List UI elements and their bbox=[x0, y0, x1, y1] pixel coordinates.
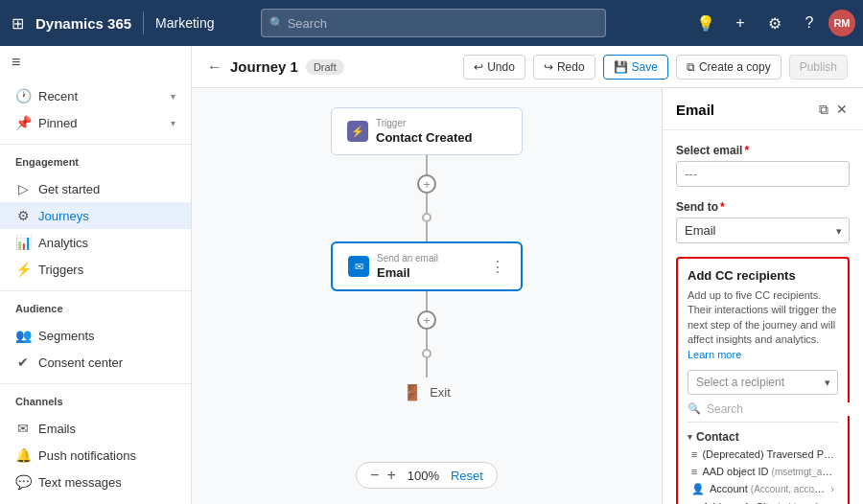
sidebar-item-label: Text messages bbox=[38, 475, 122, 490]
node-kebab-menu[interactable]: ⋮ bbox=[490, 258, 505, 276]
publish-button[interactable]: Publish bbox=[789, 55, 848, 80]
sidebar-item-journeys[interactable]: ⚙ Journeys bbox=[0, 202, 191, 229]
help-icon[interactable]: ? bbox=[794, 8, 825, 38]
connector-line bbox=[426, 155, 428, 174]
sidebar-item-label: Journeys bbox=[38, 209, 89, 223]
sidebar-item-more-channels[interactable]: ⋯ More channels bbox=[0, 495, 191, 504]
list-item[interactable]: ≡ Address 1: City (address1_city) bbox=[688, 498, 838, 504]
required-marker: * bbox=[744, 144, 749, 157]
email-node-header: Send an email bbox=[377, 253, 438, 263]
hamburger-icon[interactable]: ≡ bbox=[0, 46, 191, 79]
add-step-button-2[interactable]: + bbox=[417, 310, 436, 330]
chevron-down-icon: ▾ bbox=[171, 118, 175, 128]
send-to-select-wrapper: Email bbox=[676, 218, 850, 243]
connector-circle bbox=[422, 349, 432, 358]
lightbulb-icon[interactable]: 💡 bbox=[690, 8, 721, 38]
sidebar-group-engagement: Engagement bbox=[0, 149, 191, 172]
email-node-icon: ✉ bbox=[348, 256, 369, 277]
undo-button[interactable]: ↩ Undo bbox=[463, 55, 525, 80]
panel-copy-icon[interactable]: ⧉ bbox=[817, 100, 830, 120]
avatar[interactable]: RM bbox=[828, 10, 855, 36]
trigger-node-row: ⚡ Trigger Contact Created bbox=[347, 118, 506, 145]
email-node[interactable]: ✉ Send an email Email ⋮ bbox=[331, 241, 523, 291]
sidebar-item-pinned[interactable]: 📌 Pinned ▾ bbox=[0, 109, 191, 136]
send-to-label: Send to * bbox=[676, 200, 850, 214]
plus-icon[interactable]: + bbox=[725, 8, 756, 38]
connector-1: + bbox=[417, 155, 436, 241]
exit-node: 🚪 Exit bbox=[387, 378, 466, 407]
chevron-down-icon: ▾ bbox=[688, 432, 692, 442]
search-bar[interactable]: 🔍 bbox=[261, 9, 606, 37]
sidebar-item-push-notifications[interactable]: 🔔 Push notifications bbox=[0, 442, 191, 469]
content-area: ← Journey 1 Draft ↩ Undo ↪ Redo 💾 Save ⧉… bbox=[192, 46, 863, 504]
sidebar-divider bbox=[0, 290, 191, 291]
sidebar-channels: ✉ Emails 🔔 Push notifications 💬 Text mes… bbox=[0, 411, 191, 504]
top-nav-icons: 💡 + ⚙ ? RM bbox=[690, 8, 855, 38]
sidebar-item-text-messages[interactable]: 💬 Text messages bbox=[0, 469, 191, 495]
send-to-select[interactable]: Email bbox=[676, 218, 850, 243]
module-name: Marketing bbox=[155, 15, 214, 31]
connector-line bbox=[426, 330, 428, 349]
cc-search-input[interactable] bbox=[707, 402, 851, 416]
required-marker: * bbox=[720, 200, 725, 214]
redo-button[interactable]: ↪ Redo bbox=[533, 55, 595, 80]
main-layout: ≡ 🕐 Recent ▾ 📌 Pinned ▾ Engagement ▷ Get… bbox=[0, 46, 863, 504]
sidebar-item-triggers[interactable]: ⚡ Triggers bbox=[0, 256, 191, 283]
cc-contact-list: ▾ Contact ≡ (Deprecated) Traversed Path … bbox=[688, 428, 838, 504]
select-email-label: Select email * bbox=[676, 144, 850, 157]
cc-recipients-box: Add CC recipients Add up to five CC reci… bbox=[676, 257, 850, 504]
push-icon: 🔔 bbox=[15, 447, 31, 463]
sidebar-recent-pinned: 🕐 Recent ▾ 📌 Pinned ▾ bbox=[0, 79, 191, 140]
sidebar-item-analytics[interactable]: 📊 Analytics bbox=[0, 229, 191, 256]
zoom-out-button[interactable]: − bbox=[370, 468, 379, 483]
connector-2: + bbox=[417, 291, 436, 378]
copy-label: Create a copy bbox=[699, 60, 771, 74]
email-node-content: Send an email Email bbox=[377, 253, 438, 280]
undo-icon: ↩ bbox=[474, 60, 483, 74]
cc-recipient-select[interactable]: Select a recipient bbox=[688, 370, 838, 395]
sidebar-item-label: Get started bbox=[38, 182, 100, 196]
redo-label: Redo bbox=[557, 60, 585, 74]
panel-body: Select email * Send to * Ema bbox=[663, 130, 863, 504]
sidebar-item-consent[interactable]: ✔ Consent center bbox=[0, 349, 191, 376]
sidebar-item-label: Emails bbox=[38, 422, 76, 436]
field-icon: ≡ bbox=[691, 448, 697, 460]
canvas-main: ⚡ Trigger Contact Created + bbox=[192, 88, 662, 504]
trigger-node-content: Trigger Contact Created bbox=[376, 118, 472, 145]
sidebar-item-label: Pinned bbox=[38, 116, 77, 130]
connector-line bbox=[426, 358, 428, 378]
canvas-footer: − + 100% Reset bbox=[356, 462, 498, 489]
trigger-node[interactable]: ⚡ Trigger Contact Created bbox=[331, 107, 523, 155]
zoom-level: 100% bbox=[404, 469, 443, 483]
select-email-input[interactable] bbox=[676, 161, 850, 187]
chevron-right-icon: › bbox=[830, 483, 834, 494]
sidebar-item-label: Push notifications bbox=[38, 448, 136, 463]
sidebar-item-emails[interactable]: ✉ Emails bbox=[0, 415, 191, 442]
search-input[interactable] bbox=[288, 16, 597, 31]
cc-group-header[interactable]: ▾ Contact bbox=[688, 428, 838, 446]
cc-search: 🔍 bbox=[688, 402, 838, 423]
chevron-down-icon: ▾ bbox=[171, 91, 175, 102]
sidebar-item-get-started[interactable]: ▷ Get started bbox=[0, 175, 191, 202]
list-item[interactable]: 👤 Account (Account, accountid) › bbox=[688, 480, 838, 498]
list-item[interactable]: ≡ (Deprecated) Traversed Path (traversed… bbox=[688, 446, 838, 463]
zoom-reset-button[interactable]: Reset bbox=[451, 469, 483, 483]
settings-icon[interactable]: ⚙ bbox=[759, 8, 790, 38]
add-step-button-1[interactable]: + bbox=[417, 174, 436, 194]
sidebar-item-recent[interactable]: 🕐 Recent ▾ bbox=[0, 82, 191, 109]
zoom-in-button[interactable]: + bbox=[386, 468, 395, 483]
email-node-row: ✉ Send an email Email ⋮ bbox=[348, 253, 505, 280]
copy-button[interactable]: ⧉ Create a copy bbox=[676, 55, 781, 80]
save-button[interactable]: 💾 Save bbox=[603, 55, 668, 80]
list-item[interactable]: ≡ AAD object ID (msetmgt_aadobjectid) bbox=[688, 463, 838, 480]
email-node-title: Email bbox=[377, 265, 438, 280]
cc-title: Add CC recipients bbox=[688, 268, 838, 283]
recent-icon: 🕐 bbox=[15, 88, 31, 103]
panel-close-button[interactable]: ✕ bbox=[834, 100, 850, 120]
sidebar-item-segments[interactable]: 👥 Segments bbox=[0, 322, 191, 349]
grid-icon[interactable]: ⊞ bbox=[8, 11, 28, 36]
journeys-icon: ⚙ bbox=[15, 208, 31, 223]
sidebar-item-label: Analytics bbox=[38, 236, 88, 250]
learn-more-link[interactable]: Learn more bbox=[688, 349, 741, 360]
back-button[interactable]: ← bbox=[207, 58, 222, 76]
